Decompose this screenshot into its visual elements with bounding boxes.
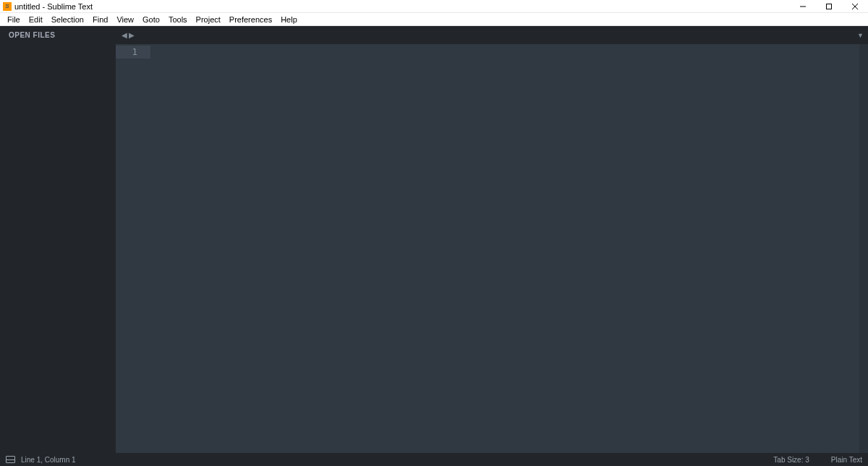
maximize-icon <box>825 3 833 10</box>
content-area: 1 <box>0 44 868 453</box>
editor-textarea[interactable] <box>150 44 859 453</box>
app-icon: S <box>3 2 12 11</box>
tab-dropdown-icon[interactable]: ▼ <box>857 32 864 39</box>
status-right: Tab Size: 3 Plain Text <box>773 456 862 464</box>
minimize-icon <box>799 3 807 10</box>
tab-next-icon[interactable]: ▶ <box>129 31 135 39</box>
menu-goto[interactable]: Goto <box>138 13 164 25</box>
open-files-label: OPEN FILES <box>9 31 55 39</box>
scrollbar[interactable] <box>859 44 868 453</box>
tab-nav-arrows: ◀ ▶ <box>122 31 135 39</box>
menu-tools[interactable]: Tools <box>164 13 192 25</box>
main-area: OPEN FILES ◀ ▶ ▼ 1 <box>0 26 868 453</box>
window-controls <box>790 0 868 13</box>
menu-edit[interactable]: Edit <box>25 13 47 25</box>
close-button[interactable] <box>842 0 868 13</box>
cursor-position[interactable]: Line 1, Column 1 <box>21 456 76 464</box>
close-icon <box>851 3 859 10</box>
gutter: 1 <box>116 44 150 453</box>
window-title: untitled - Sublime Text <box>14 2 93 11</box>
menu-find[interactable]: Find <box>88 13 112 25</box>
svg-rect-1 <box>827 4 832 9</box>
tab-prev-icon[interactable]: ◀ <box>122 31 127 39</box>
statusbar: Line 1, Column 1 Tab Size: 3 Plain Text <box>0 453 868 466</box>
minimize-button[interactable] <box>790 0 816 13</box>
panel-toggle-icon[interactable] <box>6 456 15 463</box>
syntax-mode[interactable]: Plain Text <box>831 456 862 464</box>
menu-selection[interactable]: Selection <box>47 13 88 25</box>
sidebar-header: OPEN FILES <box>0 26 116 44</box>
menu-preferences[interactable]: Preferences <box>225 13 276 25</box>
tab-bar: OPEN FILES ◀ ▶ ▼ <box>0 26 868 44</box>
maximize-button[interactable] <box>816 0 842 13</box>
menu-file[interactable]: File <box>3 13 25 25</box>
editor: 1 <box>116 44 868 453</box>
menubar: File Edit Selection Find View Goto Tools… <box>0 13 868 26</box>
tab-size[interactable]: Tab Size: 3 <box>773 456 809 464</box>
menu-view[interactable]: View <box>112 13 138 25</box>
status-left: Line 1, Column 1 <box>6 456 76 464</box>
menu-help[interactable]: Help <box>276 13 302 25</box>
menu-project[interactable]: Project <box>192 13 225 25</box>
titlebar: S untitled - Sublime Text <box>0 0 868 13</box>
sidebar[interactable] <box>0 44 116 453</box>
app-icon-letter: S <box>5 3 9 9</box>
line-number: 1 <box>116 46 150 59</box>
